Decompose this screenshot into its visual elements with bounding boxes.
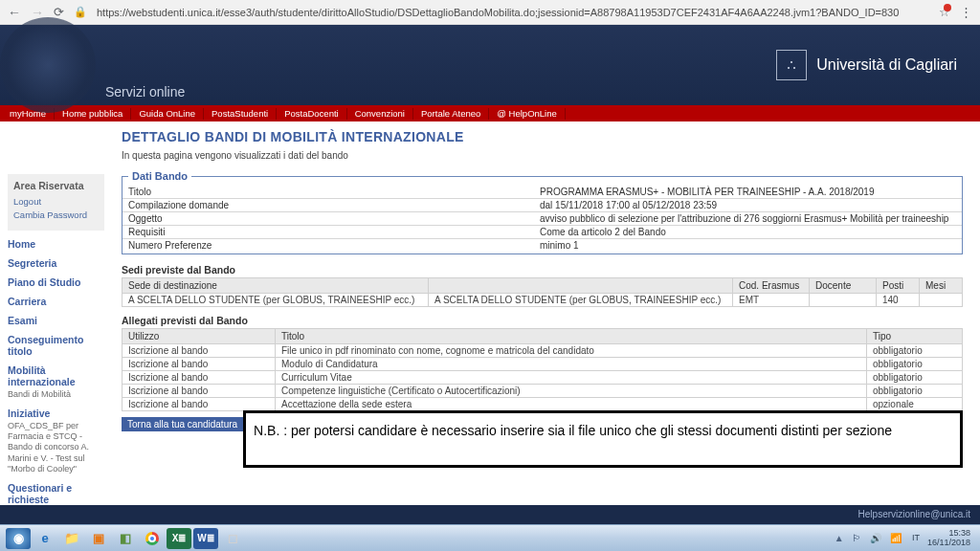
dati-bando-box: Dati Bando TitoloPROGRAMMA ERASMUS+ - MO… (122, 170, 963, 254)
back-button[interactable]: Torna alla tua candidatura (122, 417, 243, 431)
sidebar-item[interactable]: Carriera (8, 296, 104, 307)
col-header: Sede di destinazione (122, 278, 429, 294)
sidebar-item[interactable]: Segreteria (8, 257, 104, 269)
sidebar: Area Riservata LogoutCambia Password Hom… (0, 121, 108, 551)
media-icon[interactable]: ▣ (86, 528, 111, 549)
browser-chrome: ← → ⟳ 🔒 https://webstudenti.unica.it/ess… (0, 0, 980, 25)
other-icon[interactable]: ◻ (220, 528, 245, 549)
top-nav: myHomeHome pubblicaGuida OnLinePostaStud… (0, 105, 980, 121)
col-header (429, 278, 733, 294)
seal-logo (0, 17, 96, 113)
table-row: Iscrizione al bandoCurriculum Vitaeobbli… (122, 371, 963, 385)
university-name: Università di Cagliari (816, 56, 957, 74)
side-link-cambia-password[interactable]: Cambia Password (13, 209, 99, 222)
table-row: TitoloPROGRAMMA ERASMUS+ - MOBILITÀ PER … (122, 186, 962, 199)
footer-text[interactable]: Helpservizionline@unica.it (858, 509, 970, 519)
chrome-icon[interactable] (140, 528, 165, 549)
start-button[interactable]: ◉ (6, 528, 31, 549)
sidebar-item[interactable]: Home (8, 238, 104, 250)
tray-icons[interactable]: ▲ 🏳 🔊 📶 (835, 533, 904, 543)
sedi-title: Sedi previste dal Bando (122, 264, 963, 276)
menu-icon[interactable]: ⋮ (960, 5, 972, 19)
cell: 140 (877, 294, 920, 307)
account-indicator[interactable] (944, 4, 951, 11)
sidebar-item[interactable]: Esami (8, 315, 104, 326)
table-row: Iscrizione al bandoAccettazione della se… (122, 398, 963, 411)
nav-portale-ateneo[interactable]: Portale Ateneo (413, 108, 489, 120)
cell: A SCELTA DELLO STUDENTE (per GLOBUS, TRA… (429, 294, 733, 307)
note-text: N.B. : per potersi candidare è necessari… (254, 423, 892, 438)
table-row: RequisitiCome da articolo 2 del Bando (122, 226, 962, 239)
site-header: Servizi online ⛬ Università di Cagliari (0, 25, 980, 105)
app-icon[interactable]: ◧ (113, 528, 138, 549)
col-header: Utilizzo (122, 329, 276, 344)
col-header: Mesi (920, 278, 963, 294)
col-header: Posti (877, 278, 920, 294)
table-row: Numero Preferenzeminimo 1 (122, 239, 962, 253)
cell: EMT (733, 294, 810, 307)
sidebar-item[interactable]: Piano di Studio (8, 276, 104, 288)
table-row: Iscrizione al bandoModulo di Candidatura… (122, 358, 963, 371)
main-content: DETTAGLIO BANDI DI MOBILITÀ INTERNAZIONA… (108, 121, 980, 551)
sidebar-item[interactable]: OFA_CDS_BF per Farmacia e STCQ - Bando d… (8, 421, 104, 474)
sidebar-item[interactable]: Mobilità internazionale (8, 364, 104, 387)
windows-taskbar: ◉ e 📁 ▣ ◧ X≣ W≣ ◻ ▲ 🏳 🔊 📶 IT 15:38 16/11… (0, 524, 980, 551)
sidebar-item[interactable]: Iniziative (8, 408, 104, 419)
explorer-icon[interactable]: 📁 (59, 528, 84, 549)
nav-home-pubblica[interactable]: Home pubblica (55, 108, 131, 120)
university-logo-icon: ⛬ (776, 50, 807, 80)
col-header: Tipo (867, 329, 963, 344)
back-icon[interactable]: ← (8, 5, 21, 20)
nav-convenzioni[interactable]: Convenzioni (347, 108, 413, 120)
table-row: Iscrizione al bandoFile unico in pdf rin… (122, 344, 963, 358)
allegati-table: UtilizzoTitoloTipo Iscrizione al bandoFi… (122, 328, 963, 411)
url-bar[interactable]: https://webstudenti.unica.it/esse3/auth/… (97, 7, 929, 18)
area-riservata-box: Area Riservata LogoutCambia Password (8, 174, 104, 231)
word-icon[interactable]: W≣ (193, 528, 218, 549)
table-row: Iscrizione al bandoCompetenze linguistic… (122, 385, 963, 398)
side-link-logout[interactable]: Logout (13, 195, 99, 209)
dati-bando-table: TitoloPROGRAMMA ERASMUS+ - MOBILITÀ PER … (122, 186, 962, 252)
nav-postastudenti[interactable]: PostaStudenti (204, 108, 277, 120)
cell (920, 294, 963, 307)
tray-date[interactable]: 16/11/2018 (927, 539, 970, 548)
nav-postadocenti[interactable]: PostaDocenti (277, 108, 347, 120)
area-riservata-title: Area Riservata (13, 180, 99, 191)
nav--helponline[interactable]: @ HelpOnLine (489, 108, 565, 120)
servizi-label: Servizi online (105, 84, 185, 99)
university-brand: ⛬ Università di Cagliari (776, 50, 957, 80)
cell: A SCELTA DELLO STUDENTE (per GLOBUS, TRA… (122, 294, 429, 307)
table-row: Oggettoavviso pubblico di selezione per … (122, 212, 962, 226)
tray-lang[interactable]: IT (912, 534, 920, 543)
col-header: Titolo (276, 329, 867, 344)
col-header: Docente (810, 278, 877, 294)
sidebar-item[interactable]: Questionari e richieste (8, 482, 104, 505)
nav-guida-online[interactable]: Guida OnLine (131, 108, 204, 120)
cell (810, 294, 877, 307)
table-row: Compilazione domandedal 15/11/2018 17:00… (122, 199, 962, 212)
note-box: N.B. : per potersi candidare è necessari… (243, 410, 963, 468)
page-subtitle: In questa pagina vengono visualizzati i … (122, 150, 963, 161)
allegati-title: Allegati previsti dal Bando (122, 315, 963, 326)
system-tray[interactable]: ▲ 🏳 🔊 📶 IT 15:38 16/11/2018 (835, 529, 974, 548)
col-header: Cod. Erasmus (733, 278, 810, 294)
dati-bando-legend: Dati Bando (128, 170, 191, 182)
sedi-table: Sede di destinazioneCod. ErasmusDocenteP… (122, 277, 963, 307)
excel-icon[interactable]: X≣ (167, 528, 191, 549)
lock-icon: 🔒 (74, 6, 87, 18)
footer-bar: Helpservizionline@unica.it (0, 505, 980, 524)
page-title: DETTAGLIO BANDI DI MOBILITÀ INTERNAZIONA… (122, 129, 963, 144)
ie-icon[interactable]: e (33, 528, 57, 549)
sidebar-item[interactable]: Bandi di Mobilità (8, 389, 104, 400)
sidebar-item[interactable]: Conseguimento titolo (8, 334, 104, 357)
